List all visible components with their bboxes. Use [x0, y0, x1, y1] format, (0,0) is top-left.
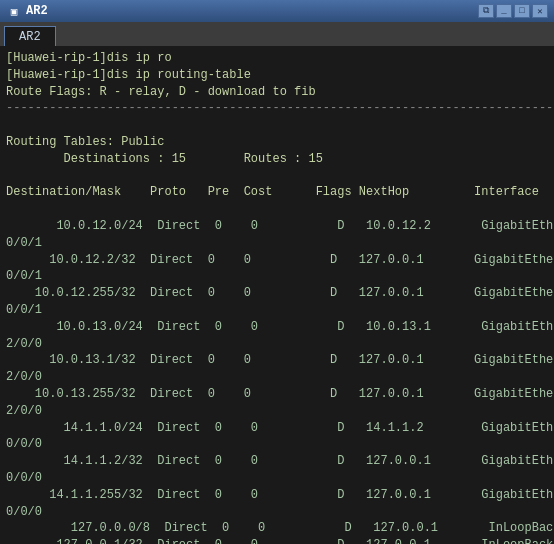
destinations-routes: Destinations : 15 Routes : 15 — [6, 151, 548, 168]
route-4b: 2/0/0 — [6, 336, 548, 353]
minimize-button[interactable]: _ — [496, 4, 512, 18]
route-8a: 14.1.1.2/32 Direct 0 0 D 127.0.0.1 Gigab… — [6, 453, 548, 470]
terminal-output[interactable]: [Huawei-rip-1]dis ip ro [Huawei-rip-1]di… — [0, 46, 554, 544]
route-9a: 14.1.1.255/32 Direct 0 0 D 127.0.0.1 Gig… — [6, 487, 548, 504]
route-7b: 0/0/0 — [6, 436, 548, 453]
window-controls: ⧉ _ □ ✕ — [478, 4, 548, 18]
route-7a: 14.1.1.0/24 Direct 0 0 D 14.1.1.2 Gigabi… — [6, 420, 548, 437]
route-5a: 10.0.13.1/32 Direct 0 0 D 127.0.0.1 Giga… — [6, 352, 548, 369]
route-2b: 0/0/1 — [6, 268, 548, 285]
blank-2 — [6, 168, 548, 185]
route-4a: 10.0.13.0/24 Direct 0 0 D 10.0.13.1 Giga… — [6, 319, 548, 336]
route-9b: 0/0/0 — [6, 504, 548, 521]
route-6b: 2/0/0 — [6, 403, 548, 420]
window: ▣ AR2 ⧉ _ □ ✕ AR2 [Huawei-rip-1]dis ip r… — [0, 0, 554, 544]
route-8b: 0/0/0 — [6, 470, 548, 487]
route-1b: 0/0/1 — [6, 235, 548, 252]
route-1a: 10.0.12.0/24 Direct 0 0 D 10.0.12.2 Giga… — [6, 218, 548, 235]
route-11: 127.0.0.1/32 Direct 0 0 D 127.0.0.1 InLo… — [6, 537, 548, 544]
maximize-button[interactable]: □ — [514, 4, 530, 18]
route-10: 127.0.0.0/8 Direct 0 0 D 127.0.0.1 InLoo… — [6, 520, 548, 537]
cmd-line-1: [Huawei-rip-1]dis ip ro — [6, 50, 548, 67]
route-3b: 0/0/1 — [6, 302, 548, 319]
blank-3 — [6, 201, 548, 218]
window-title: AR2 — [26, 4, 478, 18]
separator: ----------------------------------------… — [6, 100, 548, 117]
route-6a: 10.0.13.255/32 Direct 0 0 D 127.0.0.1 Gi… — [6, 386, 548, 403]
route-2a: 10.0.12.2/32 Direct 0 0 D 127.0.0.1 Giga… — [6, 252, 548, 269]
route-3a: 10.0.12.255/32 Direct 0 0 D 127.0.0.1 Gi… — [6, 285, 548, 302]
title-bar: ▣ AR2 ⧉ _ □ ✕ — [0, 0, 554, 22]
column-headers: Destination/Mask Proto Pre Cost Flags Ne… — [6, 184, 548, 201]
route-5b: 2/0/0 — [6, 369, 548, 386]
flags-line: Route Flags: R - relay, D - download to … — [6, 84, 548, 101]
restore-button[interactable]: ⧉ — [478, 4, 494, 18]
tab-ar2[interactable]: AR2 — [4, 26, 56, 46]
blank-1 — [6, 117, 548, 134]
routing-tables-header: Routing Tables: Public — [6, 134, 548, 151]
close-button[interactable]: ✕ — [532, 4, 548, 18]
cmd-line-2: [Huawei-rip-1]dis ip routing-table — [6, 67, 548, 84]
app-icon: ▣ — [6, 3, 22, 19]
tab-bar: AR2 — [0, 22, 554, 46]
